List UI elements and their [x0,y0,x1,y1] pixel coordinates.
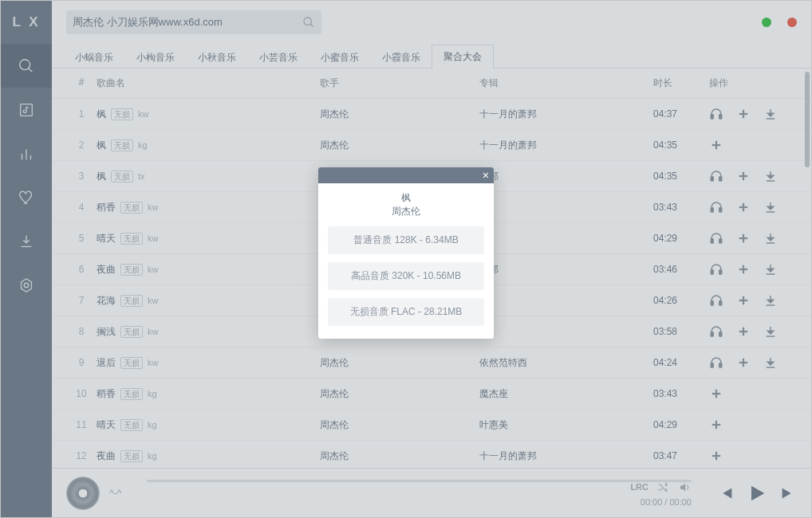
download-row-icon[interactable] [763,200,778,214]
table-row[interactable]: 11晴天无损kg周杰伦叶惠美04:29 [52,410,811,441]
col-singer[interactable]: 歌手 [320,77,479,90]
row-index: 9 [66,357,97,368]
row-singer: 周杰伦 [320,449,479,463]
svg-line-1 [29,68,33,72]
download-row-icon[interactable] [763,107,778,121]
row-singer: 周杰伦 [320,418,479,432]
shuffle-icon[interactable] [656,481,670,494]
table-row[interactable]: 10稻香无损kg周杰伦魔杰座03:43 [52,379,811,410]
svg-rect-10 [711,115,713,119]
nav-settings[interactable] [1,263,52,307]
add-icon[interactable] [736,262,751,277]
nav-songlist[interactable] [1,88,52,131]
row-duration: 04:35 [653,139,709,151]
add-icon[interactable] [736,231,751,245]
download-row-icon[interactable] [763,293,778,308]
row-index: 1 [66,108,97,120]
search-input[interactable] [73,17,302,29]
scrollbar-thumb[interactable] [805,72,810,167]
listen-icon[interactable] [709,107,723,121]
listen-icon[interactable] [709,355,723,370]
search-box[interactable] [66,10,321,34]
play-button[interactable] [746,482,768,504]
player-extra: LRC [630,481,692,494]
row-index: 7 [66,295,97,306]
quality-option-0[interactable]: 普通音质 128K - 6.34MB [328,226,484,254]
download-row-icon[interactable] [763,231,778,245]
quality-option-1[interactable]: 高品音质 320K - 10.56MB [328,262,484,290]
search-submit-icon[interactable] [302,16,315,29]
add-icon[interactable] [709,387,723,401]
row-name: 花海无损kw [97,294,320,308]
add-icon[interactable] [736,200,751,214]
add-icon[interactable] [736,107,751,121]
listen-icon[interactable] [709,200,723,214]
row-album: 魔杰座 [479,387,653,401]
tab-0[interactable]: 小蜗音乐 [63,45,125,69]
row-ops [709,231,797,245]
scrollbar[interactable] [805,72,810,414]
add-icon[interactable] [736,324,751,339]
col-album[interactable]: 专辑 [479,77,653,90]
table-row[interactable]: 1枫无损kw周杰伦十一月的萧邦04:37 [52,99,811,130]
close-button[interactable] [787,18,797,27]
table-row[interactable]: 12夜曲无损kg周杰伦十一月的萧邦03:47 [52,441,811,468]
download-row-icon[interactable] [763,169,778,183]
modal-close-button[interactable]: × [483,170,489,181]
svg-rect-36 [711,332,713,336]
lossless-badge: 无损 [111,171,133,182]
minimize-button[interactable] [762,18,771,27]
row-name: 夜曲无损kw [97,263,320,277]
listen-icon[interactable] [709,231,723,245]
tab-6[interactable]: 聚合大会 [432,45,494,69]
nav-downloads[interactable] [1,219,52,263]
nav-favorites[interactable] [1,175,52,219]
add-icon[interactable] [736,293,751,308]
source-label: tx [138,171,145,181]
tab-4[interactable]: 小蜜音乐 [309,45,371,69]
listen-icon[interactable] [709,169,723,183]
add-icon[interactable] [736,355,751,370]
tab-1[interactable]: 小枸音乐 [124,45,187,69]
row-name: 稻香无损kw [97,201,320,214]
row-duration: 03:58 [653,326,709,337]
row-ops [709,387,797,401]
prev-button[interactable] [717,485,735,502]
tab-2[interactable]: 小秋音乐 [186,45,248,69]
svg-rect-41 [719,363,722,367]
next-button[interactable] [779,485,797,502]
row-duration: 03:46 [653,264,709,275]
svg-point-8 [304,18,311,25]
add-icon[interactable] [709,449,723,463]
nav-search[interactable] [1,44,52,88]
col-index: # [66,77,97,90]
row-ops [709,355,797,370]
listen-icon[interactable] [709,324,723,339]
volume-icon[interactable] [678,481,692,494]
download-row-icon[interactable] [763,324,778,339]
lyrics-button[interactable]: LRC [630,482,648,492]
row-ops [709,449,797,463]
modal-song-name: 枫 [318,191,494,205]
listen-icon[interactable] [709,293,723,308]
listen-icon[interactable] [709,262,723,277]
bar-chart-icon [18,145,35,163]
modal-header: × [318,167,494,183]
album-art[interactable] [66,477,100,510]
progress-area: LRC 00:00 / 00:00 [147,480,692,507]
download-row-icon[interactable] [763,262,778,277]
tab-5[interactable]: 小霞音乐 [370,45,432,69]
add-icon[interactable] [709,138,723,152]
table-row[interactable]: 9退后无损kw周杰伦依然范特西04:24 [52,347,811,379]
nav-charts[interactable] [1,131,52,175]
col-duration[interactable]: 时长 [653,77,709,90]
quality-option-2[interactable]: 无损音质 FLAC - 28.21MB [328,298,484,326]
source-label: kg [148,420,157,430]
download-row-icon[interactable] [763,355,778,370]
add-icon[interactable] [709,418,723,432]
col-name[interactable]: 歌曲名 [97,77,320,90]
tab-3[interactable]: 小芸音乐 [247,45,309,69]
table-row[interactable]: 2枫无损kg周杰伦十一月的萧邦04:35 [52,130,811,161]
add-icon[interactable] [736,169,751,183]
row-ops [709,138,797,152]
